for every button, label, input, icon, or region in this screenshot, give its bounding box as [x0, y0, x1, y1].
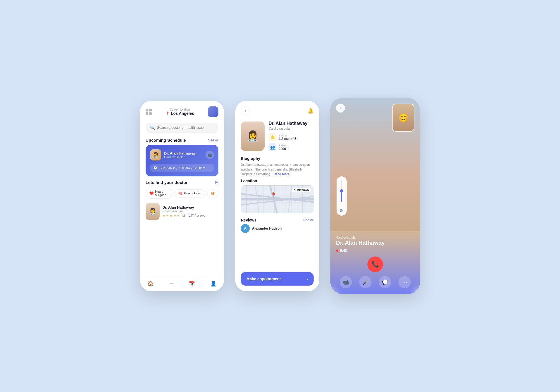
call-back-button[interactable]: ‹ — [336, 104, 345, 113]
doctor-stats: ⭐ Rating 4.8 out of 5 👥 Patient 2000+ — [269, 133, 314, 151]
search-icon: 🔍 — [150, 125, 155, 130]
bio-title: Biography — [241, 156, 314, 161]
specialty-tags: ❤️ Heart surgeon 🧠 Psychologist 🧺 — [146, 188, 218, 199]
slider-thumb — [340, 189, 343, 193]
location-info: Current location Los Angeles — [165, 108, 194, 116]
doctor-list-item[interactable]: 👩‍⚕️ Dr. Alan Hathaway Cardiovascular ★ … — [146, 202, 218, 221]
doctor-rating-row: ★ ★ ★ ★ ★ 4.8 | 177 Reviews — [162, 214, 218, 218]
search-bar[interactable]: 🔍 — [146, 123, 218, 133]
doctor-thumb-img: 👩‍⚕️ — [146, 203, 160, 220]
grid-icon[interactable] — [146, 109, 152, 115]
location-label: Current location — [165, 108, 194, 111]
nav-list[interactable]: ☰ — [169, 281, 174, 287]
video-toggle-button[interactable]: 📹 — [340, 276, 352, 288]
slider-track — [341, 180, 342, 202]
profile-doctor-name: Dr. Alan Hathaway — [269, 121, 314, 126]
star-1: ★ — [162, 214, 165, 218]
more-icon: 🧺 — [211, 192, 215, 195]
avatar-image — [208, 106, 218, 117]
patient-stat-icon: 👥 — [269, 143, 276, 151]
tag-heart-surgeon[interactable]: ❤️ Heart surgeon — [146, 188, 172, 199]
search-input[interactable] — [157, 126, 214, 130]
clock-icon: 🕐 — [153, 166, 157, 170]
picture-in-picture: 😊 — [392, 104, 414, 132]
schedule-time: Sun, Jan 15, 09.00am – 12.00am — [160, 166, 205, 170]
end-call-button[interactable]: 📞 — [367, 256, 383, 272]
tag-heart-label: Heart surgeon — [155, 190, 169, 197]
screens-container: Current location Los Angeles 🔍 Upcoming … — [140, 98, 420, 294]
make-appointment-button[interactable]: Make appointment › — [241, 272, 314, 286]
tag-more[interactable]: 🧺 — [207, 190, 218, 197]
biography-section: Biography Dr. Alan Hathaway is an Indone… — [241, 156, 314, 176]
call-bottom-panel: Cardiovascular Dr. Alan Hathaway 6.48 📞 … — [330, 231, 420, 294]
call-timer: 6.48 — [340, 248, 347, 253]
nav-profile[interactable]: 👤 — [210, 281, 216, 287]
recording-dot — [336, 249, 338, 252]
phone-video-call: ‹ 😊 🔈 Cardiovascular Dr. Alan Hathaway — [330, 98, 420, 294]
rating-val: 4.8 out of 5 — [279, 137, 296, 141]
home-header: Current location Los Angeles — [140, 101, 224, 120]
rating-stat-text: Rating 4.8 out of 5 — [279, 134, 296, 141]
reviews-header: Reviews See all — [235, 216, 319, 224]
schedule-doctor-name: Dr. Alan Hathaway — [164, 151, 203, 155]
tag-psychologist-label: Psychologist — [184, 192, 201, 195]
tag-psychologist[interactable]: 🧠 Psychologist — [174, 189, 205, 197]
find-doctor-title: Lets find your doctor — [146, 180, 188, 185]
mic-toggle-button[interactable]: 🎤 — [359, 276, 372, 288]
back-button[interactable]: ‹ — [241, 106, 250, 115]
map-area-label: CHINATOWN — [292, 188, 311, 192]
volume-icon: 🔈 — [339, 208, 344, 212]
pip-face: 😊 — [393, 104, 414, 131]
rating-label: Rating — [279, 134, 296, 137]
patient-val: 2000+ — [279, 147, 288, 151]
upcoming-title: Upcoming Schedule — [146, 138, 186, 143]
schedule-doctor-avatar: 👩‍⚕️ — [150, 149, 161, 160]
patient-label: Patient — [279, 144, 288, 147]
star-4: ★ — [173, 214, 176, 218]
brain-icon: 🧠 — [178, 191, 183, 195]
star-3: ★ — [170, 214, 172, 218]
star-5-half: ★ — [177, 214, 180, 218]
doctor-thumbnail: 👩‍⚕️ — [146, 203, 160, 220]
profile-specialty: Cardiovascular — [269, 127, 314, 130]
map-view[interactable]: 📍 CHINATOWN — [241, 185, 314, 213]
call-specialty: Cardiovascular — [336, 236, 414, 239]
notification-icon[interactable]: 🔔 — [307, 108, 314, 114]
more-options-button[interactable]: ⋯ — [398, 276, 411, 288]
volume-slider[interactable]: 🔈 — [337, 176, 347, 216]
city-name: Los Angeles — [165, 111, 194, 116]
doctor-list-details: Dr. Alan Hathaway Cardiovascular ★ ★ ★ ★… — [162, 205, 218, 218]
location-title: Location — [241, 179, 314, 183]
video-button[interactable]: 📹 — [206, 151, 214, 159]
upcoming-see-all[interactable]: See all — [208, 138, 218, 142]
schedule-doctor-spec: Cardiovascular — [164, 155, 203, 159]
reviews-title: Reviews — [241, 218, 256, 222]
user-avatar[interactable] — [208, 106, 218, 117]
upcoming-section-header: Upcoming Schedule See all — [140, 136, 224, 145]
reviewer-avatar: A — [241, 224, 250, 233]
nav-calendar[interactable]: 📅 — [189, 281, 195, 287]
appointment-bottom-bar: Make appointment › — [235, 269, 319, 291]
nav-home[interactable]: 🏠 — [148, 281, 154, 287]
read-more-link[interactable]: Read more — [274, 172, 290, 176]
schedule-doctor-row: 👩‍⚕️ Dr. Alan Hathaway Cardiovascular 📹 — [150, 149, 214, 160]
appointment-arrow-icon: › — [307, 277, 308, 281]
heart-icon: ❤️ — [149, 191, 154, 195]
end-call-row: 📞 — [336, 256, 414, 272]
call-controls: 📹 🎤 💬 ⋯ — [336, 276, 414, 288]
find-doctor-section: Lets find your doctor ⊟ ❤️ Heart surgeon… — [140, 176, 224, 223]
appointment-button-label: Make appointment — [246, 277, 281, 281]
reviewer-name: Alexander Hudson — [252, 227, 282, 230]
profile-header: ‹ 🔔 — [235, 101, 319, 118]
reviews-see-all[interactable]: See all — [303, 218, 314, 222]
schedule-avatar-img: 👩‍⚕️ — [150, 149, 161, 160]
patient-stat-text: Patient 2000+ — [279, 144, 288, 151]
call-timer-row: 6.48 — [336, 248, 414, 253]
bio-text: Dr. Alan Hathaway is an Indonesian Heart… — [241, 162, 314, 176]
filter-icon[interactable]: ⊟ — [215, 180, 218, 185]
location-section: Location 📍 CHINATOWN — [241, 179, 314, 213]
call-header: ‹ 😊 — [330, 98, 420, 137]
rating-value: 4.8 — [182, 214, 186, 217]
doctor-profile-text: Dr. Alan Hathaway Cardiovascular ⭐ Ratin… — [269, 121, 314, 151]
chat-button[interactable]: 💬 — [379, 276, 391, 288]
